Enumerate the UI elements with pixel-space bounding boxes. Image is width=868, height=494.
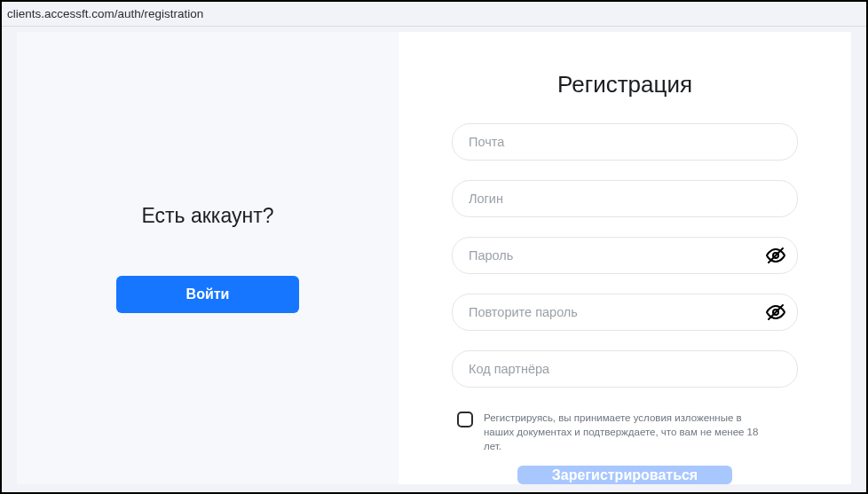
partner-code-field-wrap [452, 350, 798, 388]
email-field[interactable] [452, 123, 798, 161]
app-wrap: Есть аккаунт? Войти Регистрация [2, 27, 866, 492]
login-field[interactable] [452, 180, 798, 217]
password2-field-wrap [452, 294, 798, 331]
login-field-wrap [452, 180, 798, 217]
email-field-wrap [452, 123, 798, 161]
registration-title: Регистрация [557, 71, 692, 98]
login-button[interactable]: Войти [116, 276, 299, 313]
consent-text: Регистрируясь, вы принимаете условия изл… [484, 411, 759, 453]
consent-row: Регистрируясь, вы принимаете условия изл… [452, 407, 798, 453]
password-field-wrap [452, 237, 798, 274]
panel-host: Есть аккаунт? Войти Регистрация [17, 32, 851, 484]
login-panel: Есть аккаунт? Войти [17, 32, 398, 484]
address-bar-url: clients.accessft.com/auth/registration [7, 7, 203, 20]
address-bar[interactable]: clients.accessft.com/auth/registration [2, 2, 866, 27]
password-field[interactable] [452, 237, 798, 274]
toggle-password2-visibility-button[interactable] [764, 301, 787, 324]
partner-code-field[interactable] [452, 350, 798, 388]
consent-checkbox[interactable] [457, 412, 473, 427]
password-repeat-field[interactable] [452, 294, 798, 331]
login-title: Есть аккаунт? [142, 204, 274, 228]
eye-off-icon [765, 302, 786, 323]
toggle-password-visibility-button[interactable] [764, 244, 787, 267]
register-submit-button[interactable]: Зарегистрироваться [517, 466, 732, 484]
registration-panel: Регистрация [398, 32, 851, 484]
eye-off-icon [765, 245, 786, 266]
